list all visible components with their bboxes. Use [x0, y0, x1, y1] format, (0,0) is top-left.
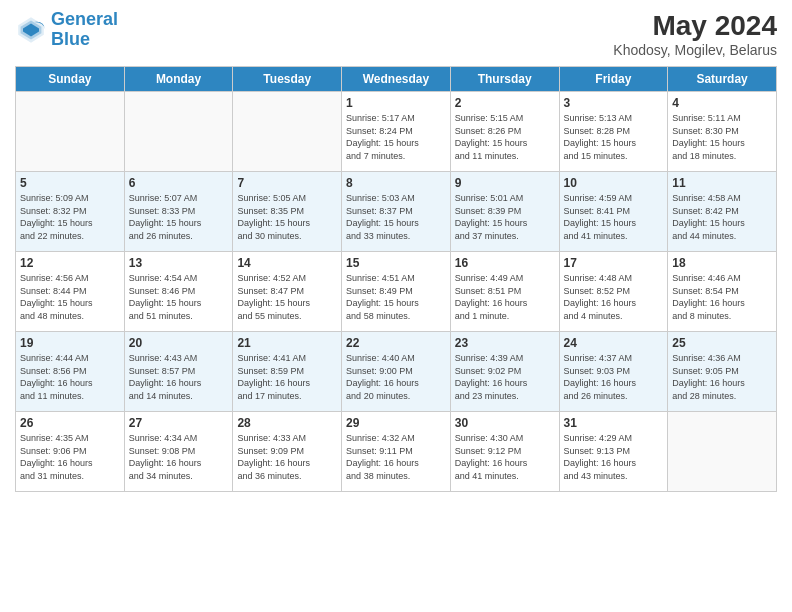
- table-row: 14Sunrise: 4:52 AM Sunset: 8:47 PM Dayli…: [233, 252, 342, 332]
- table-row: 11Sunrise: 4:58 AM Sunset: 8:42 PM Dayli…: [668, 172, 777, 252]
- day-info: Sunrise: 4:48 AM Sunset: 8:52 PM Dayligh…: [564, 272, 664, 322]
- day-number: 19: [20, 336, 120, 350]
- day-info: Sunrise: 4:44 AM Sunset: 8:56 PM Dayligh…: [20, 352, 120, 402]
- day-number: 1: [346, 96, 446, 110]
- day-number: 11: [672, 176, 772, 190]
- day-number: 27: [129, 416, 229, 430]
- day-number: 4: [672, 96, 772, 110]
- day-number: 2: [455, 96, 555, 110]
- table-row: [16, 92, 125, 172]
- day-number: 29: [346, 416, 446, 430]
- day-info: Sunrise: 4:32 AM Sunset: 9:11 PM Dayligh…: [346, 432, 446, 482]
- day-number: 13: [129, 256, 229, 270]
- day-number: 17: [564, 256, 664, 270]
- table-row: 26Sunrise: 4:35 AM Sunset: 9:06 PM Dayli…: [16, 412, 125, 492]
- day-number: 28: [237, 416, 337, 430]
- day-info: Sunrise: 4:36 AM Sunset: 9:05 PM Dayligh…: [672, 352, 772, 402]
- day-number: 26: [20, 416, 120, 430]
- day-info: Sunrise: 4:34 AM Sunset: 9:08 PM Dayligh…: [129, 432, 229, 482]
- logo: General Blue: [15, 10, 118, 50]
- calendar-week-row: 5Sunrise: 5:09 AM Sunset: 8:32 PM Daylig…: [16, 172, 777, 252]
- title-block: May 2024 Khodosy, Mogilev, Belarus: [613, 10, 777, 58]
- day-number: 3: [564, 96, 664, 110]
- table-row: 17Sunrise: 4:48 AM Sunset: 8:52 PM Dayli…: [559, 252, 668, 332]
- table-row: [668, 412, 777, 492]
- col-monday: Monday: [124, 67, 233, 92]
- table-row: 4Sunrise: 5:11 AM Sunset: 8:30 PM Daylig…: [668, 92, 777, 172]
- day-number: 8: [346, 176, 446, 190]
- table-row: 27Sunrise: 4:34 AM Sunset: 9:08 PM Dayli…: [124, 412, 233, 492]
- location: Khodosy, Mogilev, Belarus: [613, 42, 777, 58]
- table-row: 8Sunrise: 5:03 AM Sunset: 8:37 PM Daylig…: [342, 172, 451, 252]
- day-info: Sunrise: 5:03 AM Sunset: 8:37 PM Dayligh…: [346, 192, 446, 242]
- day-number: 5: [20, 176, 120, 190]
- day-info: Sunrise: 4:46 AM Sunset: 8:54 PM Dayligh…: [672, 272, 772, 322]
- day-info: Sunrise: 5:15 AM Sunset: 8:26 PM Dayligh…: [455, 112, 555, 162]
- table-row: 23Sunrise: 4:39 AM Sunset: 9:02 PM Dayli…: [450, 332, 559, 412]
- logo-text: General Blue: [51, 10, 118, 50]
- table-row: 18Sunrise: 4:46 AM Sunset: 8:54 PM Dayli…: [668, 252, 777, 332]
- col-tuesday: Tuesday: [233, 67, 342, 92]
- day-number: 20: [129, 336, 229, 350]
- table-row: 25Sunrise: 4:36 AM Sunset: 9:05 PM Dayli…: [668, 332, 777, 412]
- calendar-header-row: Sunday Monday Tuesday Wednesday Thursday…: [16, 67, 777, 92]
- month-year: May 2024: [613, 10, 777, 42]
- table-row: 24Sunrise: 4:37 AM Sunset: 9:03 PM Dayli…: [559, 332, 668, 412]
- table-row: 5Sunrise: 5:09 AM Sunset: 8:32 PM Daylig…: [16, 172, 125, 252]
- day-number: 21: [237, 336, 337, 350]
- day-info: Sunrise: 5:13 AM Sunset: 8:28 PM Dayligh…: [564, 112, 664, 162]
- day-info: Sunrise: 5:07 AM Sunset: 8:33 PM Dayligh…: [129, 192, 229, 242]
- day-number: 31: [564, 416, 664, 430]
- table-row: 9Sunrise: 5:01 AM Sunset: 8:39 PM Daylig…: [450, 172, 559, 252]
- table-row: 19Sunrise: 4:44 AM Sunset: 8:56 PM Dayli…: [16, 332, 125, 412]
- day-number: 16: [455, 256, 555, 270]
- day-info: Sunrise: 4:49 AM Sunset: 8:51 PM Dayligh…: [455, 272, 555, 322]
- calendar-week-row: 1Sunrise: 5:17 AM Sunset: 8:24 PM Daylig…: [16, 92, 777, 172]
- table-row: 16Sunrise: 4:49 AM Sunset: 8:51 PM Dayli…: [450, 252, 559, 332]
- col-friday: Friday: [559, 67, 668, 92]
- table-row: 21Sunrise: 4:41 AM Sunset: 8:59 PM Dayli…: [233, 332, 342, 412]
- day-info: Sunrise: 4:58 AM Sunset: 8:42 PM Dayligh…: [672, 192, 772, 242]
- day-number: 25: [672, 336, 772, 350]
- day-info: Sunrise: 4:39 AM Sunset: 9:02 PM Dayligh…: [455, 352, 555, 402]
- day-info: Sunrise: 4:33 AM Sunset: 9:09 PM Dayligh…: [237, 432, 337, 482]
- day-number: 23: [455, 336, 555, 350]
- day-number: 12: [20, 256, 120, 270]
- day-number: 7: [237, 176, 337, 190]
- table-row: [124, 92, 233, 172]
- day-info: Sunrise: 4:37 AM Sunset: 9:03 PM Dayligh…: [564, 352, 664, 402]
- table-row: 2Sunrise: 5:15 AM Sunset: 8:26 PM Daylig…: [450, 92, 559, 172]
- page: General Blue May 2024 Khodosy, Mogilev, …: [0, 0, 792, 612]
- table-row: 6Sunrise: 5:07 AM Sunset: 8:33 PM Daylig…: [124, 172, 233, 252]
- day-number: 10: [564, 176, 664, 190]
- table-row: 10Sunrise: 4:59 AM Sunset: 8:41 PM Dayli…: [559, 172, 668, 252]
- calendar-week-row: 19Sunrise: 4:44 AM Sunset: 8:56 PM Dayli…: [16, 332, 777, 412]
- table-row: [233, 92, 342, 172]
- col-thursday: Thursday: [450, 67, 559, 92]
- calendar: Sunday Monday Tuesday Wednesday Thursday…: [15, 66, 777, 492]
- table-row: 1Sunrise: 5:17 AM Sunset: 8:24 PM Daylig…: [342, 92, 451, 172]
- day-info: Sunrise: 4:41 AM Sunset: 8:59 PM Dayligh…: [237, 352, 337, 402]
- table-row: 7Sunrise: 5:05 AM Sunset: 8:35 PM Daylig…: [233, 172, 342, 252]
- day-number: 9: [455, 176, 555, 190]
- calendar-week-row: 12Sunrise: 4:56 AM Sunset: 8:44 PM Dayli…: [16, 252, 777, 332]
- calendar-week-row: 26Sunrise: 4:35 AM Sunset: 9:06 PM Dayli…: [16, 412, 777, 492]
- day-info: Sunrise: 4:51 AM Sunset: 8:49 PM Dayligh…: [346, 272, 446, 322]
- day-info: Sunrise: 4:56 AM Sunset: 8:44 PM Dayligh…: [20, 272, 120, 322]
- table-row: 28Sunrise: 4:33 AM Sunset: 9:09 PM Dayli…: [233, 412, 342, 492]
- day-info: Sunrise: 5:05 AM Sunset: 8:35 PM Dayligh…: [237, 192, 337, 242]
- day-info: Sunrise: 4:59 AM Sunset: 8:41 PM Dayligh…: [564, 192, 664, 242]
- day-info: Sunrise: 4:54 AM Sunset: 8:46 PM Dayligh…: [129, 272, 229, 322]
- day-number: 15: [346, 256, 446, 270]
- day-info: Sunrise: 4:43 AM Sunset: 8:57 PM Dayligh…: [129, 352, 229, 402]
- day-info: Sunrise: 4:52 AM Sunset: 8:47 PM Dayligh…: [237, 272, 337, 322]
- logo-line2: Blue: [51, 29, 90, 49]
- col-wednesday: Wednesday: [342, 67, 451, 92]
- table-row: 30Sunrise: 4:30 AM Sunset: 9:12 PM Dayli…: [450, 412, 559, 492]
- table-row: 31Sunrise: 4:29 AM Sunset: 9:13 PM Dayli…: [559, 412, 668, 492]
- logo-icon: [15, 14, 47, 46]
- day-info: Sunrise: 5:17 AM Sunset: 8:24 PM Dayligh…: [346, 112, 446, 162]
- table-row: 20Sunrise: 4:43 AM Sunset: 8:57 PM Dayli…: [124, 332, 233, 412]
- table-row: 3Sunrise: 5:13 AM Sunset: 8:28 PM Daylig…: [559, 92, 668, 172]
- day-number: 30: [455, 416, 555, 430]
